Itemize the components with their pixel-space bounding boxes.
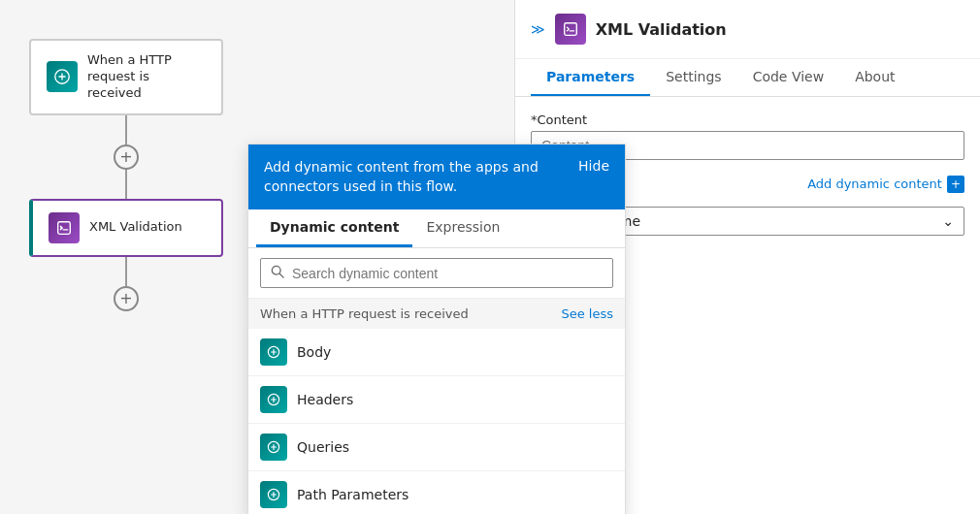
add-dynamic-link[interactable]: Add dynamic content: [807, 177, 942, 191]
item-path-params-icon: [260, 481, 287, 508]
search-input[interactable]: [292, 266, 603, 281]
dynamic-item-body[interactable]: Body: [248, 329, 625, 376]
http-trigger-icon: [47, 61, 78, 92]
panel-title: XML Validation: [596, 20, 727, 39]
item-body-icon: [260, 338, 287, 366]
xml-validation-label: XML Validation: [89, 219, 182, 236]
popup-tab-dynamic[interactable]: Dynamic content: [256, 209, 412, 247]
add-step-1[interactable]: +: [114, 145, 139, 170]
item-headers-label: Headers: [297, 392, 353, 407]
tab-settings[interactable]: Settings: [650, 59, 736, 96]
item-body-label: Body: [297, 344, 331, 360]
see-less-link[interactable]: See less: [561, 306, 613, 321]
collapse-icon[interactable]: ≫: [531, 21, 545, 37]
popup-header: Add dynamic content from the apps and co…: [248, 145, 625, 209]
canvas: When a HTTP request is received + XML Va…: [0, 0, 980, 514]
http-trigger-node[interactable]: When a HTTP request is received: [29, 39, 223, 115]
dynamic-item-queries[interactable]: Queries: [248, 424, 625, 471]
flow-container: When a HTTP request is received + XML Va…: [29, 39, 223, 311]
panel-tabs: Parameters Settings Code View About: [515, 59, 980, 97]
svg-rect-1: [58, 221, 71, 234]
tab-code-view[interactable]: Code View: [737, 59, 840, 96]
tab-about[interactable]: About: [839, 59, 910, 96]
content-field-label: *Content: [531, 112, 964, 127]
popup-tabs: Dynamic content Expression: [248, 209, 625, 248]
popup-tab-expression[interactable]: Expression: [412, 209, 513, 247]
schema-chevron: ⌄: [942, 213, 954, 229]
hide-link[interactable]: Hide: [578, 158, 609, 174]
popup-header-text: Add dynamic content from the apps and co…: [264, 158, 540, 196]
tab-parameters[interactable]: Parameters: [531, 59, 650, 96]
popup-search-area: [248, 248, 625, 299]
section-header: When a HTTP request is received See less: [248, 299, 625, 329]
connector-1: [125, 115, 127, 145]
add-dynamic-plus[interactable]: +: [947, 176, 964, 193]
item-path-params-label: Path Parameters: [297, 487, 408, 502]
item-queries-icon: [260, 434, 287, 461]
xml-validation-node[interactable]: XML Validation: [29, 199, 223, 257]
connector-3: [125, 257, 127, 286]
search-icon: [271, 265, 284, 281]
section-title: When a HTTP request is received: [260, 306, 469, 321]
dynamic-item-headers[interactable]: Headers: [248, 376, 625, 424]
panel-node-icon: [555, 14, 586, 45]
item-queries-label: Queries: [297, 439, 349, 455]
add-step-2[interactable]: +: [114, 286, 139, 311]
dynamic-items-list: Body Headers Queries: [248, 329, 625, 514]
svg-line-4: [279, 273, 283, 277]
dynamic-content-popup: Add dynamic content from the apps and co…: [247, 144, 626, 514]
svg-rect-2: [564, 23, 576, 36]
item-headers-icon: [260, 386, 287, 413]
dynamic-item-path-params[interactable]: Path Parameters: [248, 471, 625, 514]
connector-2: [125, 170, 127, 199]
http-trigger-label: When a HTTP request is received: [87, 52, 206, 102]
search-box: [260, 258, 613, 288]
xml-validation-icon: [49, 212, 80, 243]
panel-header: ≫ XML Validation: [515, 0, 980, 59]
